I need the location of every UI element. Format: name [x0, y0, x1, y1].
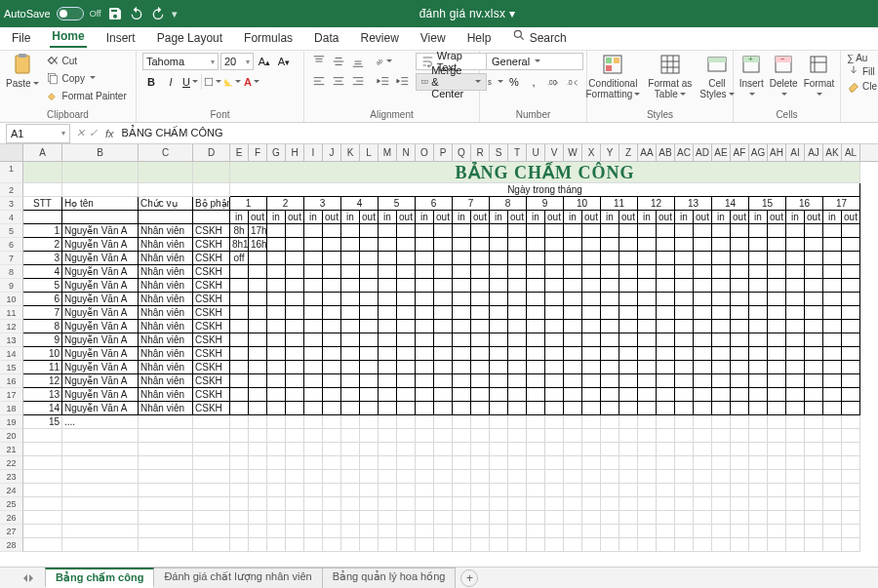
- data-out[interactable]: [545, 402, 564, 415]
- col-header[interactable]: Q: [453, 144, 471, 161]
- data-in[interactable]: [527, 333, 545, 347]
- data-in[interactable]: [341, 306, 360, 320]
- cell[interactable]: [360, 429, 379, 443]
- data-out[interactable]: [434, 279, 453, 293]
- cell[interactable]: [397, 511, 416, 525]
- cell[interactable]: [842, 415, 860, 429]
- data-in[interactable]: [230, 361, 249, 374]
- data-in[interactable]: [601, 279, 619, 293]
- cell[interactable]: [397, 415, 416, 429]
- data-out[interactable]: [434, 347, 453, 361]
- data-in[interactable]: [675, 333, 694, 347]
- data-in[interactable]: [712, 333, 731, 347]
- data-in[interactable]: [230, 388, 249, 402]
- data-out[interactable]: [694, 238, 712, 252]
- cell[interactable]: [471, 470, 490, 484]
- row-header[interactable]: 1: [0, 162, 23, 183]
- col-header[interactable]: AE: [712, 144, 731, 161]
- data-in[interactable]: [675, 279, 694, 293]
- cell[interactable]: [527, 470, 545, 484]
- data-out[interactable]: [694, 333, 712, 347]
- data-out[interactable]: [471, 252, 490, 265]
- data-out[interactable]: [768, 347, 786, 361]
- italic-button[interactable]: I: [162, 73, 180, 91]
- data-out[interactable]: [545, 224, 564, 238]
- data-in[interactable]: [564, 293, 582, 306]
- data-in[interactable]: [749, 238, 768, 252]
- data-out[interactable]: [619, 320, 638, 333]
- cell[interactable]: [786, 443, 805, 456]
- data-out[interactable]: [694, 265, 712, 279]
- cell[interactable]: [139, 538, 193, 552]
- data-in[interactable]: [230, 265, 249, 279]
- cell[interactable]: [193, 538, 230, 552]
- cell[interactable]: [397, 443, 416, 456]
- data-out[interactable]: [471, 333, 490, 347]
- row-header[interactable]: 16: [0, 374, 23, 388]
- col-header[interactable]: O: [416, 144, 434, 161]
- cell[interactable]: [341, 470, 360, 484]
- data-in[interactable]: [527, 361, 545, 374]
- data-out[interactable]: [508, 388, 527, 402]
- data-out[interactable]: [434, 402, 453, 415]
- cell[interactable]: [564, 484, 582, 497]
- data-chucvu[interactable]: Nhân viên: [139, 402, 193, 415]
- cell[interactable]: [619, 443, 638, 456]
- data-out[interactable]: [323, 224, 341, 238]
- data-out[interactable]: [657, 333, 675, 347]
- data-out[interactable]: [768, 333, 786, 347]
- cell[interactable]: [453, 511, 471, 525]
- cell[interactable]: [341, 443, 360, 456]
- sheet-tab[interactable]: Bảng chấm công: [45, 568, 154, 588]
- cell[interactable]: [786, 525, 805, 538]
- data-in[interactable]: [564, 347, 582, 361]
- data-out[interactable]: [508, 333, 527, 347]
- cell[interactable]: [805, 497, 823, 511]
- data-in[interactable]: [341, 252, 360, 265]
- cell[interactable]: [712, 538, 731, 552]
- data-out[interactable]: [545, 320, 564, 333]
- cell[interactable]: [638, 415, 657, 429]
- data-out[interactable]: [545, 279, 564, 293]
- data-out[interactable]: [545, 333, 564, 347]
- cell[interactable]: [304, 484, 323, 497]
- autosum-button[interactable]: ∑ Au: [847, 53, 867, 63]
- data-in[interactable]: [823, 333, 842, 347]
- data-bophan[interactable]: CSKH: [193, 361, 230, 374]
- data-out[interactable]: [842, 224, 860, 238]
- cell[interactable]: [416, 415, 434, 429]
- data-in[interactable]: [823, 252, 842, 265]
- cell[interactable]: [582, 415, 601, 429]
- cell[interactable]: [786, 470, 805, 484]
- data-in[interactable]: [823, 306, 842, 320]
- cell[interactable]: [267, 484, 286, 497]
- cell[interactable]: [582, 470, 601, 484]
- data-out[interactable]: [619, 293, 638, 306]
- data-stt[interactable]: 10: [23, 347, 62, 361]
- select-all-corner[interactable]: [0, 144, 23, 161]
- cell[interactable]: [453, 470, 471, 484]
- data-in[interactable]: [416, 388, 434, 402]
- cell[interactable]: [805, 443, 823, 456]
- cell[interactable]: [193, 211, 230, 224]
- data-out[interactable]: [545, 361, 564, 374]
- data-out[interactable]: [434, 238, 453, 252]
- data-in[interactable]: [638, 347, 657, 361]
- data-hoten[interactable]: Nguyễn Văn A: [62, 238, 139, 252]
- data-stt[interactable]: 2: [23, 238, 62, 252]
- cell[interactable]: [638, 497, 657, 511]
- cell[interactable]: [193, 511, 230, 525]
- cell[interactable]: [416, 470, 434, 484]
- cell[interactable]: [397, 525, 416, 538]
- data-out[interactable]: [768, 279, 786, 293]
- cell[interactable]: [471, 484, 490, 497]
- data-stt[interactable]: 5: [23, 279, 62, 293]
- data-out[interactable]: [249, 388, 267, 402]
- data-in[interactable]: [304, 306, 323, 320]
- cell[interactable]: [508, 484, 527, 497]
- data-in[interactable]: [638, 238, 657, 252]
- cell[interactable]: [23, 211, 62, 224]
- data-stt[interactable]: 4: [23, 265, 62, 279]
- cell[interactable]: [657, 470, 675, 484]
- cell[interactable]: [267, 511, 286, 525]
